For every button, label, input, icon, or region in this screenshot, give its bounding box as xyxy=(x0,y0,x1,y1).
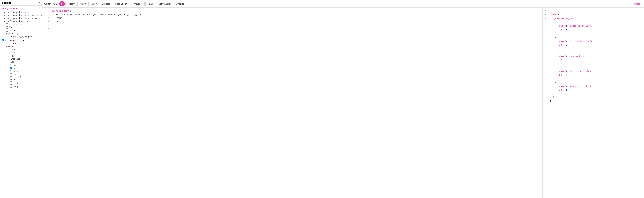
query-keyword: query xyxy=(2,8,8,10)
close-button[interactable]: × xyxy=(38,1,40,4)
sidebar-tree-item[interactable]: ▶_helloworld_article xyxy=(0,11,42,14)
code-token: _gt xyxy=(126,13,130,16)
code-token: : { xyxy=(115,13,119,16)
expand-arrow-icon: ▶ xyxy=(4,15,6,16)
sidebar-tree-item[interactable]: ▼where: xyxy=(0,45,42,48)
json-line: "id": 8 xyxy=(545,58,642,62)
sidebar-checkbox[interactable] xyxy=(10,82,12,84)
json-line: "id": 10 xyxy=(545,28,642,32)
sidebar-checkbox[interactable] xyxy=(6,23,8,26)
sidebar-checkbox-item[interactable]: offset: xyxy=(0,29,42,32)
query-editor[interactable]: 1query MyQuery {2 _helloworld_author(ord… xyxy=(42,8,542,198)
sidebar-checkbox[interactable] xyxy=(10,73,12,75)
json-content: { xyxy=(547,66,556,69)
sidebar-checkbox[interactable] xyxy=(10,85,12,88)
line-number: 4 xyxy=(44,20,49,23)
code-token: order_by xyxy=(79,13,90,16)
no-arrow xyxy=(545,21,547,23)
line-content[interactable]: name xyxy=(52,17,540,20)
sidebar-checkbox-item[interactable]: _in: xyxy=(0,73,42,76)
json-content: "id": 7 xyxy=(547,73,567,77)
toolbar-btn-prettify[interactable]: Prettify xyxy=(66,2,76,6)
toolbar-btn-code-exporter[interactable]: Code Exporter xyxy=(113,2,132,6)
sidebar-tree-item[interactable]: ▶articles_aggregate: xyxy=(0,35,42,38)
sidebar-checkbox-item[interactable]: _is_null: xyxy=(0,76,42,79)
sidebar-checkbox[interactable] xyxy=(8,43,10,45)
sidebar-checkbox[interactable] xyxy=(10,79,12,81)
no-arrow xyxy=(545,99,547,102)
json-content: } xyxy=(547,103,549,107)
line-content[interactable]: id xyxy=(52,20,540,23)
toolbar-btn-voyager[interactable]: Voyager xyxy=(132,2,145,6)
toolbar-btn-copy[interactable]: Copy xyxy=(89,2,99,6)
sidebar-tree-item[interactable]: ▶articles: xyxy=(0,58,42,61)
sidebar-id-select-row[interactable]: idascdescasc_nulls_firstasc_nulls_lastde… xyxy=(0,38,42,42)
code-line: 1query MyQuery { xyxy=(42,9,542,13)
line-number: 1 xyxy=(44,9,49,13)
line-number: 2 xyxy=(44,13,49,17)
json-line: ▼{ xyxy=(545,9,642,13)
no-arrow xyxy=(545,103,547,106)
play-button[interactable] xyxy=(59,1,65,7)
line-content[interactable]: _helloworld_author(order_by: {id: desc},… xyxy=(52,13,540,17)
toolbar-btn-rest[interactable]: REST xyxy=(145,2,156,6)
no-arrow xyxy=(545,32,547,35)
sidebar-item-label: where: xyxy=(8,46,16,48)
sidebar-checkbox-item[interactable]: limit: xyxy=(0,26,42,29)
line-content[interactable]: } xyxy=(52,27,540,31)
sidebar-checkbox-item[interactable]: _gt: xyxy=(0,67,42,70)
sidebar-item-label: _or: xyxy=(10,55,16,57)
no-arrow xyxy=(545,69,547,72)
json-content: { xyxy=(547,21,556,24)
sidebar-checkbox[interactable] xyxy=(10,67,12,69)
sidebar-checkbox[interactable] xyxy=(10,76,12,78)
json-content: "id": 8 xyxy=(547,58,567,62)
toolbar-btn-history[interactable]: History xyxy=(78,2,88,6)
sidebar-tree-item[interactable]: ▼order_by: xyxy=(0,32,42,35)
toolbar-btn-explorer[interactable]: Explorer xyxy=(100,2,112,6)
main-panel: GraphiQL PrettifyHistoryCopyExplorerCode… xyxy=(42,0,644,198)
sidebar-tree-item[interactable]: ▶_not: xyxy=(0,51,42,54)
sidebar-tree-item[interactable]: ▼_helloworld_author xyxy=(0,20,42,23)
sidebar-tree-item[interactable]: ▼id: xyxy=(0,61,42,64)
sidebar-checkbox-item[interactable]: _lte: xyxy=(0,82,42,85)
code-editor[interactable]: 1query MyQuery {2 _helloworld_author(ord… xyxy=(42,8,542,198)
sidebar-checkbox[interactable] xyxy=(10,64,12,66)
sidebar-checkbox[interactable] xyxy=(2,39,4,41)
sidebar-checkbox-item[interactable]: _neq: xyxy=(0,85,42,88)
code-token: : { xyxy=(122,13,126,16)
collapse-arrow-icon[interactable]: ▼ xyxy=(545,17,547,20)
sidebar-checkbox-item[interactable]: distinct_on: xyxy=(0,23,42,26)
docs-button[interactable]: < Docs xyxy=(631,2,642,6)
sidebar-checkbox[interactable] xyxy=(6,27,8,29)
line-content[interactable] xyxy=(52,31,540,34)
sidebar-header: Explorer × xyxy=(0,0,42,6)
sidebar-checkbox[interactable] xyxy=(6,30,8,32)
json-content: "id": 10 xyxy=(547,28,568,32)
collapse-arrow-icon[interactable]: ▼ xyxy=(545,9,547,12)
sidebar-tree-item[interactable]: ▶_and: xyxy=(0,48,42,51)
order-direction-select[interactable]: ascdescasc_nulls_firstasc_nulls_lastdesc… xyxy=(8,39,25,42)
sidebar-checkbox-item[interactable]: _gte: xyxy=(0,70,42,73)
collapse-arrow-icon[interactable]: ▼ xyxy=(545,13,547,16)
sidebar-item-label: articles_aggregate: xyxy=(10,36,34,38)
json-line: } xyxy=(545,103,642,107)
sidebar-checkbox[interactable] xyxy=(10,70,12,72)
line-content[interactable]: } xyxy=(52,23,540,27)
sidebar-tree-item[interactable]: ▶_helloworld_article_aggregate xyxy=(0,14,42,17)
sidebar-checkbox-item[interactable]: _eq: xyxy=(0,64,42,67)
sidebar-tree-item[interactable]: ▶_or: xyxy=(0,54,42,58)
no-arrow xyxy=(545,47,547,50)
sidebar-tree-item[interactable]: ▶_helloworld_article_by_pk xyxy=(0,17,42,20)
line-content[interactable]: query MyQuery { xyxy=(52,9,540,13)
line-number: 7 xyxy=(44,31,49,34)
sidebar-title: Explorer xyxy=(2,2,11,4)
toolbar-btn-derive-action[interactable]: Derive action xyxy=(156,2,174,6)
sidebar-checkbox-item[interactable]: _lt: xyxy=(0,79,42,82)
sidebar-item-label: _helloworld_author xyxy=(6,20,28,23)
sidebar-checkbox-item[interactable]: name: xyxy=(0,42,42,45)
no-arrow xyxy=(545,73,547,76)
code-token: { xyxy=(139,13,142,16)
toolbar-btn-analyze[interactable]: Analyze xyxy=(174,2,186,6)
line-number: 5 xyxy=(44,23,49,27)
